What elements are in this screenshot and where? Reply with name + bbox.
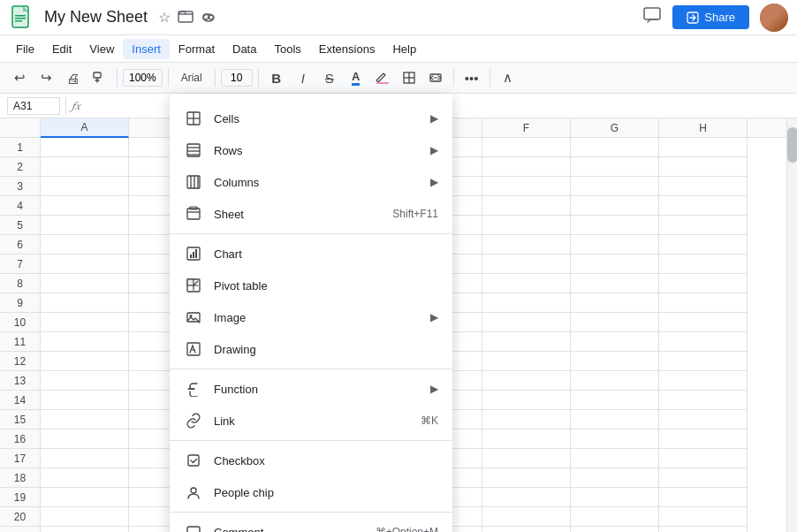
scroll-thumb[interactable] bbox=[787, 127, 797, 163]
grid-cell[interactable] bbox=[41, 274, 129, 293]
undo-button[interactable]: ↩ bbox=[7, 65, 32, 90]
grid-cell[interactable] bbox=[571, 235, 659, 255]
menu-file[interactable]: File bbox=[7, 39, 43, 59]
row-num-2[interactable]: 2 bbox=[0, 157, 40, 177]
insert-image-item[interactable]: Image ▶ bbox=[170, 301, 452, 333]
grid-cell[interactable] bbox=[571, 449, 659, 468]
grid-cell[interactable] bbox=[41, 371, 129, 391]
grid-cell[interactable] bbox=[482, 157, 571, 177]
grid-cell[interactable] bbox=[659, 177, 748, 196]
grid-cell[interactable] bbox=[482, 527, 571, 532]
grid-cell[interactable] bbox=[41, 391, 129, 410]
strikethrough-button[interactable]: S bbox=[317, 65, 342, 90]
menu-data[interactable]: Data bbox=[224, 39, 265, 59]
grid-cell[interactable] bbox=[659, 410, 748, 429]
row-num-1[interactable]: 1 bbox=[0, 138, 40, 157]
bold-button[interactable]: B bbox=[264, 65, 289, 90]
grid-cell[interactable] bbox=[482, 255, 571, 274]
row-num-18[interactable]: 18 bbox=[0, 468, 40, 488]
grid-cell[interactable] bbox=[482, 391, 571, 410]
grid-cell[interactable] bbox=[41, 332, 129, 352]
grid-cell[interactable] bbox=[41, 313, 129, 332]
grid-cell[interactable] bbox=[659, 235, 748, 255]
scrollbar[interactable] bbox=[786, 118, 797, 532]
row-num-12[interactable]: 12 bbox=[0, 352, 40, 371]
grid-cell[interactable] bbox=[659, 429, 748, 449]
grid-cell[interactable] bbox=[41, 527, 129, 532]
insert-rows-item[interactable]: Rows ▶ bbox=[170, 134, 452, 166]
grid-cell[interactable] bbox=[482, 313, 571, 332]
collapse-button[interactable]: ∧ bbox=[496, 65, 520, 90]
insert-function-item[interactable]: Function ▶ bbox=[170, 373, 452, 405]
row-num-15[interactable]: 15 bbox=[0, 410, 40, 429]
font-selector[interactable]: Arial bbox=[174, 65, 209, 90]
grid-cell[interactable] bbox=[41, 196, 129, 216]
grid-cell[interactable] bbox=[659, 449, 748, 468]
row-num-20[interactable]: 20 bbox=[0, 507, 40, 527]
row-num-3[interactable]: 3 bbox=[0, 177, 40, 196]
insert-pivot-item[interactable]: Pivot table bbox=[170, 270, 452, 301]
menu-view[interactable]: View bbox=[80, 39, 123, 59]
grid-cell[interactable] bbox=[41, 449, 129, 468]
grid-cell[interactable] bbox=[41, 157, 129, 177]
row-num-7[interactable]: 7 bbox=[0, 255, 40, 274]
grid-cell[interactable] bbox=[41, 235, 129, 255]
merge-cells-button[interactable] bbox=[423, 65, 448, 90]
grid-cell[interactable] bbox=[571, 410, 659, 429]
grid-cell[interactable] bbox=[571, 313, 659, 332]
grid-cell[interactable] bbox=[41, 468, 129, 488]
chat-icon[interactable] bbox=[642, 5, 662, 29]
grid-cell[interactable] bbox=[482, 449, 571, 468]
grid-cell[interactable] bbox=[659, 332, 748, 352]
grid-cell[interactable] bbox=[571, 196, 659, 216]
grid-cell[interactable] bbox=[659, 468, 748, 488]
grid-cell[interactable] bbox=[571, 293, 659, 313]
grid-cell[interactable] bbox=[571, 429, 659, 449]
grid-cell[interactable] bbox=[659, 371, 748, 391]
grid-cell[interactable] bbox=[659, 157, 748, 177]
grid-cell[interactable] bbox=[482, 293, 571, 313]
grid-cell[interactable] bbox=[41, 138, 129, 157]
grid-cell[interactable] bbox=[659, 274, 748, 293]
grid-cell[interactable] bbox=[482, 352, 571, 371]
grid-cell[interactable] bbox=[571, 507, 659, 527]
grid-cell[interactable] bbox=[482, 274, 571, 293]
row-num-9[interactable]: 9 bbox=[0, 293, 40, 313]
col-header-H[interactable]: H bbox=[659, 118, 748, 138]
grid-cell[interactable] bbox=[482, 488, 571, 507]
row-num-16[interactable]: 16 bbox=[0, 429, 40, 449]
menu-edit[interactable]: Edit bbox=[43, 39, 80, 59]
print-button[interactable]: 🖨 bbox=[60, 65, 85, 90]
grid-cell[interactable] bbox=[571, 332, 659, 352]
menu-help[interactable]: Help bbox=[383, 39, 425, 59]
insert-link-item[interactable]: Link ⌘K bbox=[170, 405, 452, 437]
grid-cell[interactable] bbox=[482, 235, 571, 255]
grid-cell[interactable] bbox=[571, 274, 659, 293]
menu-tools[interactable]: Tools bbox=[265, 39, 309, 59]
grid-cell[interactable] bbox=[659, 138, 748, 157]
grid-cell[interactable] bbox=[41, 429, 129, 449]
grid-cell[interactable] bbox=[571, 391, 659, 410]
grid-cell[interactable] bbox=[571, 468, 659, 488]
grid-cell[interactable] bbox=[482, 429, 571, 449]
zoom-selector[interactable]: 100% bbox=[123, 69, 163, 87]
insert-comment-item[interactable]: Comment ⌘+Option+M bbox=[170, 516, 452, 532]
grid-cell[interactable] bbox=[659, 293, 748, 313]
col-header-F[interactable]: F bbox=[482, 118, 571, 138]
grid-cell[interactable] bbox=[571, 255, 659, 274]
star-icon[interactable]: ☆ bbox=[158, 9, 171, 26]
row-num-21[interactable]: 21 bbox=[0, 527, 40, 532]
grid-cell[interactable] bbox=[571, 352, 659, 371]
grid-cell[interactable] bbox=[571, 157, 659, 177]
grid-cell[interactable] bbox=[571, 371, 659, 391]
text-color-button[interactable]: A bbox=[344, 65, 368, 90]
grid-cell[interactable] bbox=[571, 527, 659, 532]
grid-cell[interactable] bbox=[41, 488, 129, 507]
more-options-button[interactable]: ••• bbox=[459, 65, 484, 90]
row-num-8[interactable]: 8 bbox=[0, 274, 40, 293]
grid-cell[interactable] bbox=[482, 216, 571, 235]
paint-format-button[interactable] bbox=[87, 65, 111, 90]
menu-extensions[interactable]: Extensions bbox=[310, 39, 384, 59]
share-button[interactable]: Share bbox=[672, 5, 749, 29]
insert-checkbox-item[interactable]: Checkbox bbox=[170, 445, 452, 476]
